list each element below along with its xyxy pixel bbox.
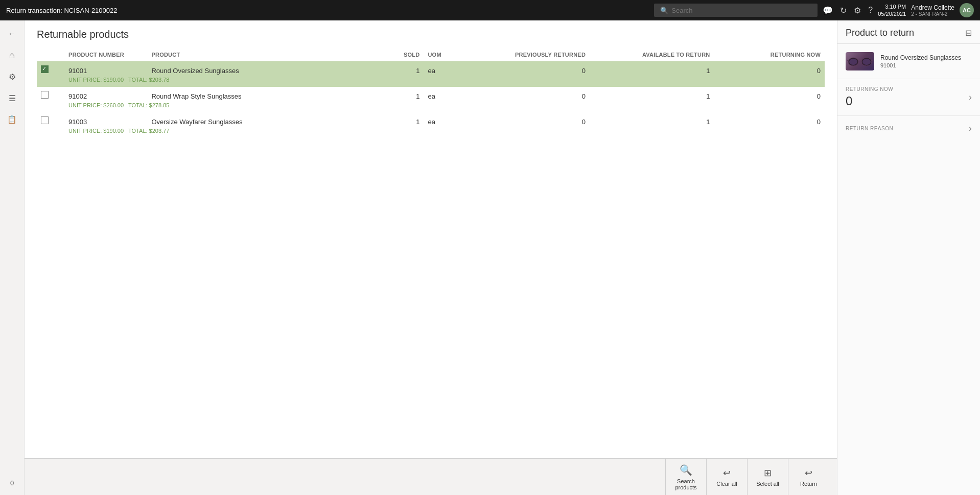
th-product-number: PRODUCT NUMBER xyxy=(64,49,147,61)
page-title: Returnable products xyxy=(37,29,825,40)
content-inner: Returnable products PRODUCT NUMBER PRODU… xyxy=(25,20,837,458)
svg-line-3 xyxy=(847,60,848,61)
sidebar-item-home[interactable]: ⌂ xyxy=(3,46,21,64)
row-returning-now: 0 xyxy=(714,112,825,127)
product-preview: Round Oversized Sunglasses 91001 xyxy=(837,44,980,79)
row-previously-returned: 0 xyxy=(479,112,590,127)
return-button[interactable]: ↩ Return xyxy=(788,459,829,496)
returning-now-value: 0 xyxy=(846,94,969,108)
avatar[interactable]: AC xyxy=(960,3,974,17)
th-sold: SOLD xyxy=(368,49,424,61)
row-returning-now: 0 xyxy=(714,87,825,101)
search-products-icon: 🔍 xyxy=(680,464,692,476)
th-checkbox xyxy=(37,49,64,61)
bottom-bar: 🔍 Searchproducts ↩ Clear all ⊞ Select al… xyxy=(25,458,837,495)
sidebar-badge: 0 xyxy=(6,475,18,491)
table-row-sub: UNIT PRICE: $190.00 TOTAL: $203.77 xyxy=(37,127,825,138)
row-product-name: Round Oversized Sunglasses xyxy=(147,61,368,76)
search-products-button[interactable]: 🔍 Searchproducts xyxy=(665,459,706,496)
sidebar-item-menu[interactable]: ☰ xyxy=(3,89,21,107)
row-checkbox[interactable] xyxy=(41,116,49,124)
sidebar: ← ⌂ ⚙ ☰ 📋 0 xyxy=(0,20,25,495)
panel-expand-icon[interactable]: ⊟ xyxy=(965,28,972,38)
search-icon: 🔍 xyxy=(660,7,668,14)
row-product-name: Round Wrap Style Sunglasses xyxy=(147,87,368,101)
th-available-to-return: AVAILABLE TO RETURN xyxy=(590,49,714,61)
svg-point-7 xyxy=(849,59,857,65)
topbar-user: Andrew Collette 2 - SANFRAN-2 xyxy=(911,4,954,17)
product-preview-id: 91001 xyxy=(880,62,972,68)
table-row-sub: UNIT PRICE: $260.00 TOTAL: $278.85 xyxy=(37,101,825,112)
row-price-info: UNIT PRICE: $260.00 TOTAL: $278.85 xyxy=(64,101,825,112)
right-panel-title: Product to return xyxy=(846,28,914,38)
return-icon: ↩ xyxy=(805,467,812,479)
row-sold: 1 xyxy=(368,87,424,101)
row-product-number: 91003 xyxy=(64,112,147,127)
clear-all-button[interactable]: ↩ Clear all xyxy=(706,459,747,496)
row-uom: ea xyxy=(424,112,479,127)
row-sold: 1 xyxy=(368,112,424,127)
return-reason-label: RETURN REASON xyxy=(846,126,893,131)
table-row[interactable]: 91002 Round Wrap Style Sunglasses 1 ea 0… xyxy=(37,87,825,101)
th-uom: UOM xyxy=(424,49,479,61)
chat-icon[interactable]: 💬 xyxy=(823,6,833,15)
returning-now-section[interactable]: RETURNING NOW 0 › xyxy=(837,79,980,116)
row-uom: ea xyxy=(424,61,479,76)
table-row-sub: UNIT PRICE: $190.00 TOTAL: $203.78 xyxy=(37,76,825,87)
row-checkbox-cell xyxy=(37,112,64,127)
svg-point-8 xyxy=(862,59,871,65)
returning-now-chevron-icon: › xyxy=(969,92,972,103)
row-checkbox[interactable] xyxy=(41,91,49,99)
row-checkbox[interactable] xyxy=(41,65,49,73)
content-area: Returnable products PRODUCT NUMBER PRODU… xyxy=(25,20,837,495)
search-bar[interactable]: 🔍 xyxy=(654,4,818,17)
product-preview-name: Round Oversized Sunglasses xyxy=(880,54,972,61)
return-reason-chevron-icon: › xyxy=(969,123,972,134)
svg-line-4 xyxy=(872,60,873,61)
th-product: PRODUCT xyxy=(147,49,368,61)
sidebar-item-operations[interactable]: ⚙ xyxy=(3,67,21,86)
help-icon[interactable]: ? xyxy=(868,6,873,15)
row-price-info: UNIT PRICE: $190.00 TOTAL: $203.77 xyxy=(64,127,825,138)
main-layout: ← ⌂ ⚙ ☰ 📋 0 Returnable products PRODUCT … xyxy=(0,20,980,495)
row-returning-now: 0 xyxy=(714,61,825,76)
row-available-to-return: 1 xyxy=(590,61,714,76)
search-input[interactable] xyxy=(671,7,811,14)
row-sold: 1 xyxy=(368,61,424,76)
row-available-to-return: 1 xyxy=(590,112,714,127)
table-row[interactable]: 91003 Oversize Wayfarer Sunglasses 1 ea … xyxy=(37,112,825,127)
right-panel-header: Product to return ⊟ xyxy=(837,20,980,44)
row-price-info: UNIT PRICE: $190.00 TOTAL: $203.78 xyxy=(64,76,825,87)
product-table: PRODUCT NUMBER PRODUCT SOLD UOM PREVIOUS… xyxy=(37,49,825,138)
returning-now-label: RETURNING NOW xyxy=(846,86,969,92)
row-available-to-return: 1 xyxy=(590,87,714,101)
returning-now-content: RETURNING NOW 0 xyxy=(846,86,969,108)
product-thumbnail xyxy=(846,52,874,70)
sidebar-item-catalog[interactable]: 📋 xyxy=(3,110,21,129)
row-checkbox-cell xyxy=(37,87,64,101)
topbar-title: Return transaction: NCISAN-2100022 xyxy=(6,7,649,14)
row-product-number: 91002 xyxy=(64,87,147,101)
select-all-button[interactable]: ⊞ Select all xyxy=(747,459,788,496)
select-all-icon: ⊞ xyxy=(764,467,772,479)
product-preview-info: Round Oversized Sunglasses 91001 xyxy=(880,54,972,68)
clear-all-icon: ↩ xyxy=(723,467,731,479)
table-row[interactable]: 91001 Round Oversized Sunglasses 1 ea 0 … xyxy=(37,61,825,76)
th-previously-returned: PREVIOUSLY RETURNED xyxy=(479,49,590,61)
right-panel: Product to return ⊟ Round Oversized S xyxy=(837,20,980,495)
topbar-time: 3:10 PM 05/20/2021 xyxy=(878,3,906,18)
sunglasses-svg xyxy=(847,54,873,69)
return-reason-section[interactable]: RETURN REASON › xyxy=(837,116,980,141)
row-product-number: 91001 xyxy=(64,61,147,76)
row-uom: ea xyxy=(424,87,479,101)
th-returning-now: RETURNING NOW xyxy=(714,49,825,61)
row-product-name: Oversize Wayfarer Sunglasses xyxy=(147,112,368,127)
row-previously-returned: 0 xyxy=(479,87,590,101)
settings-icon[interactable]: ⚙ xyxy=(854,6,861,15)
row-checkbox-cell xyxy=(37,61,64,76)
sidebar-item-back[interactable]: ← xyxy=(3,25,21,43)
refresh-icon[interactable]: ↻ xyxy=(840,6,847,15)
topbar: Return transaction: NCISAN-2100022 🔍 💬 ↻… xyxy=(0,0,980,20)
topbar-icons: 💬 ↻ ⚙ ? xyxy=(823,6,873,15)
row-previously-returned: 0 xyxy=(479,61,590,76)
